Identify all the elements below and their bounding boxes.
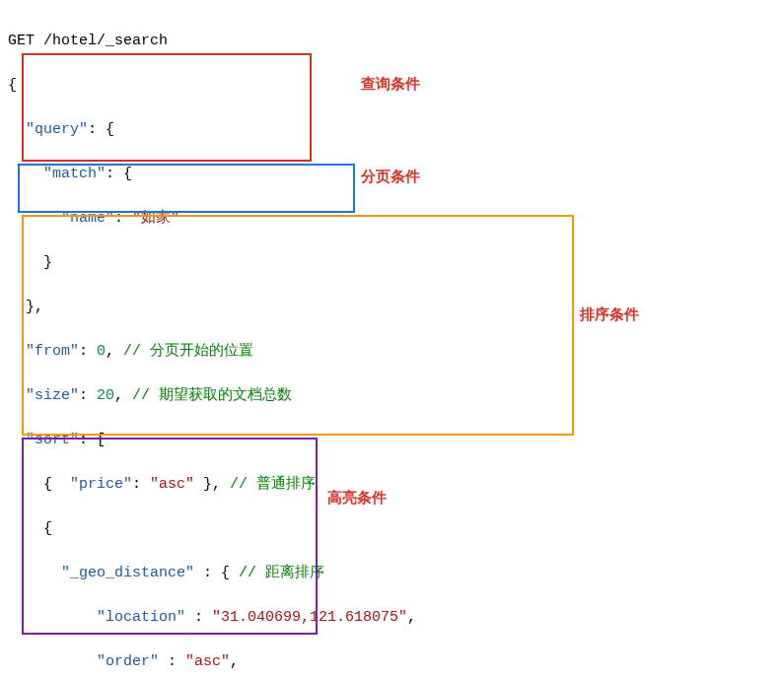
name-line: "name": "如家" — [8, 208, 776, 231]
order-line: "order" : "asc", — [8, 651, 776, 674]
match-close: } — [8, 252, 776, 275]
highlight-annotation: 高亮条件 — [327, 487, 387, 509]
size-line: "size": 20, // 期望获取的文档总数 — [8, 385, 776, 408]
query-close: }, — [8, 297, 776, 319]
sort-open: "sort": [ — [8, 430, 776, 452]
price-sort: { "price": "asc" }, // 普通排序 — [8, 474, 776, 497]
location-line: "location" : "31.040699,121.618075", — [8, 607, 776, 630]
paging-annotation: 分页条件 — [361, 166, 420, 188]
geo-open: "_geo_distance" : { // 距离排序 — [8, 563, 776, 585]
request-line: GET /hotel/_search — [8, 31, 776, 53]
query-open: "query": { — [8, 119, 776, 142]
from-line: "from": 0, // 分页开始的位置 — [8, 341, 776, 364]
sort-obj-open: { — [8, 518, 776, 541]
query-annotation: 查询条件 — [361, 73, 420, 96]
query-box — [22, 53, 312, 162]
sort-annotation: 排序条件 — [580, 304, 639, 326]
code-block: GET /hotel/_search { "query": { "match":… — [8, 8, 776, 678]
